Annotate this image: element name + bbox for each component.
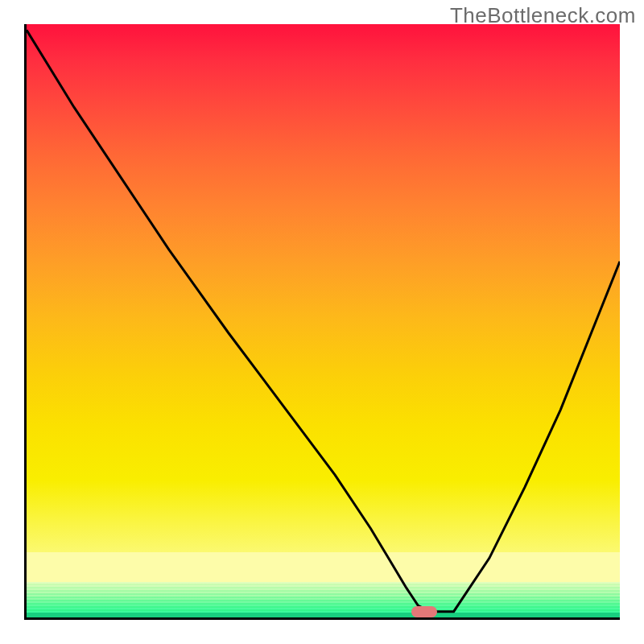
curve-svg	[27, 24, 620, 617]
chart-stage: TheBottleneck.com	[0, 0, 644, 644]
optimal-marker	[411, 606, 437, 617]
plot-area	[24, 24, 620, 620]
bottleneck-curve	[27, 30, 620, 611]
